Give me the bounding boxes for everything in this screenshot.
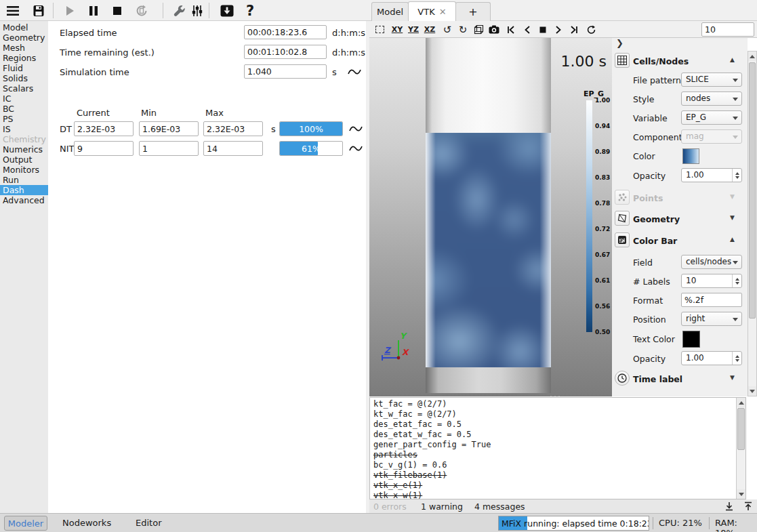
style-select[interactable]: nodes	[681, 91, 742, 106]
tab-model[interactable]: Model	[371, 2, 409, 21]
sidebar-item-ic[interactable]: IC	[0, 94, 48, 104]
cells-nodes-section-button[interactable]	[615, 53, 630, 68]
scroll-down-button[interactable]	[748, 386, 756, 396]
sidebar-item-scalars[interactable]: Scalars	[0, 83, 48, 94]
mode-button-nodeworks[interactable]: Nodeworks	[62, 518, 111, 528]
cells-nodes-section-title[interactable]: Cells/Nodes	[633, 56, 689, 66]
mode-button-editor[interactable]: Editor	[136, 518, 161, 528]
sidebar-item-bc[interactable]: BC	[0, 104, 48, 114]
help-button[interactable]: ?	[241, 2, 259, 19]
previous-frame-button[interactable]	[520, 22, 535, 37]
first-frame-button[interactable]	[504, 22, 518, 37]
scroll-to-top-icon[interactable]	[743, 502, 753, 511]
next-frame-button[interactable]	[551, 22, 566, 37]
scroll-up-button[interactable]	[748, 52, 756, 61]
time-label-section-title[interactable]: Time label	[633, 374, 682, 384]
sidebar-item-mesh[interactable]: Mesh	[0, 43, 48, 53]
warnings-count[interactable]: 1 warning	[421, 502, 463, 512]
messages-count[interactable]: 4 messages	[474, 502, 525, 512]
scrollbar-thumb[interactable]	[737, 408, 745, 450]
panel-scrollbar[interactable]	[748, 51, 757, 396]
sidebar-item-geometry[interactable]: Geometry	[0, 33, 48, 43]
errors-count[interactable]: 0 errors	[373, 502, 407, 512]
scroll-down-button[interactable]	[737, 489, 745, 499]
reset-button[interactable]	[133, 2, 150, 19]
screenshot-button[interactable]	[487, 22, 502, 37]
build-button[interactable]	[171, 2, 188, 19]
sidebar-item-ps[interactable]: PS	[0, 114, 48, 124]
sidebar-item-regions[interactable]: Regions	[0, 53, 48, 63]
console-scrollbar[interactable]	[736, 398, 745, 499]
opacity-spinbox[interactable]: 1.00	[681, 168, 742, 182]
sidebar-item-advanced[interactable]: Advanced	[0, 195, 48, 205]
nit-min-input[interactable]	[139, 141, 199, 156]
colormap-swatch-button[interactable]	[682, 148, 699, 164]
spin-arrows-icon[interactable]	[732, 169, 741, 182]
reload-button[interactable]	[584, 22, 598, 37]
variable-select[interactable]: EP_G	[681, 110, 742, 125]
time-label-section-button[interactable]	[615, 371, 630, 386]
text-color-swatch-button[interactable]	[682, 331, 700, 348]
vtk-viewport[interactable]: 1.00 s EP_G 1.00 0.94 0.89 0.83 0.78 0.7…	[369, 38, 612, 396]
spin-arrows-icon[interactable]	[732, 352, 741, 365]
console-output[interactable]: kt_fac = @(2/7) kt_w_fac = @(2/7) des_et…	[369, 397, 746, 499]
view-xz-button[interactable]: XZ	[422, 22, 437, 37]
color-bar-section-button[interactable]	[615, 232, 630, 247]
tab-vtk[interactable]: VTK ✕	[408, 1, 456, 21]
collapse-panel-button[interactable]: ❯	[616, 38, 623, 48]
format-input[interactable]	[681, 293, 742, 307]
dt-min-input[interactable]	[139, 121, 199, 136]
plot-nit-icon[interactable]	[348, 144, 363, 153]
stop-playback-button[interactable]	[535, 22, 550, 37]
nit-max-input[interactable]	[203, 141, 263, 156]
colorbar-opacity-spinbox[interactable]: 1.00	[681, 351, 742, 365]
frame-index-input[interactable]	[701, 22, 754, 37]
sidebar-item-fluid[interactable]: Fluid	[0, 63, 48, 73]
mode-button-modeler[interactable]: Modeler	[4, 516, 47, 531]
sidebar-item-numerics[interactable]: Numerics	[0, 144, 48, 155]
run-button[interactable]	[61, 2, 79, 19]
nit-current-input[interactable]	[74, 141, 134, 156]
last-frame-button[interactable]	[567, 22, 581, 37]
plot-dt-icon[interactable]	[348, 124, 363, 134]
perspective-button[interactable]	[471, 22, 486, 37]
rotate-left-button[interactable]: ↺	[440, 22, 455, 37]
field-select[interactable]: cells/nodes	[681, 255, 742, 269]
sidebar-item-solids[interactable]: Solids	[0, 73, 48, 83]
scroll-to-bottom-icon[interactable]	[724, 502, 734, 511]
dt-current-input[interactable]	[74, 121, 134, 136]
scroll-up-button[interactable]	[737, 398, 745, 407]
scrollbar-thumb[interactable]	[749, 62, 756, 319]
simulation-time-input[interactable]	[244, 64, 327, 79]
dt-max-input[interactable]	[203, 121, 263, 136]
collapse-arrow-icon[interactable]: ▲	[730, 56, 735, 63]
collapse-arrow-icon[interactable]: ▼	[730, 374, 735, 381]
rotate-right-button[interactable]: ↻	[455, 22, 470, 37]
sidebar-item-dash[interactable]: Dash	[0, 185, 48, 195]
tab-new[interactable]: +	[455, 2, 491, 21]
color-bar-section-title[interactable]: Color Bar	[633, 236, 677, 246]
view-yz-button[interactable]: YZ	[406, 22, 421, 37]
file-pattern-select[interactable]: SLICE	[681, 73, 742, 87]
menu-button[interactable]	[4, 2, 22, 19]
view-xy-button[interactable]: XY	[390, 22, 405, 37]
time-remaining-input[interactable]	[244, 45, 327, 59]
collapse-arrow-icon[interactable]: ▼	[730, 214, 735, 221]
spin-arrows-icon[interactable]	[732, 274, 741, 287]
sidebar-item-monitors[interactable]: Monitors	[0, 165, 48, 175]
sidebar-item-output[interactable]: Output	[0, 155, 48, 165]
collapse-arrow-icon[interactable]: ▲	[730, 236, 735, 243]
plot-simulation-time-icon[interactable]	[347, 67, 362, 77]
reset-view-button[interactable]	[372, 22, 387, 37]
geometry-section-button[interactable]	[615, 211, 630, 226]
pause-button[interactable]	[85, 2, 102, 19]
sidebar-item-run[interactable]: Run	[0, 175, 48, 185]
sidebar-item-is[interactable]: IS	[0, 124, 48, 134]
num-labels-spinbox[interactable]: 10	[681, 274, 742, 288]
stop-button[interactable]	[108, 2, 126, 19]
elapsed-time-input[interactable]	[244, 25, 327, 39]
position-select[interactable]: right	[681, 312, 742, 326]
save-button[interactable]	[30, 2, 47, 19]
settings-button[interactable]	[188, 2, 206, 19]
geometry-section-title[interactable]: Geometry	[633, 214, 680, 224]
